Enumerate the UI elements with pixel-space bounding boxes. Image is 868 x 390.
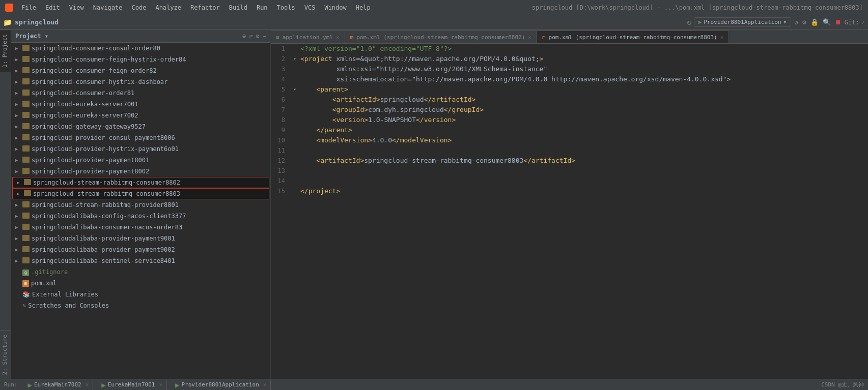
tree-item-gitignore[interactable]: g.gitignore [11,266,270,278]
menu-view[interactable]: View [65,3,88,12]
line-content-2: <project xmlns=&quot;http://maven.apache… [298,54,868,64]
tree-arrow-provider-payment8002[interactable]: ▶ [15,169,22,174]
tree-arrow-stream-rabbitmq-provider8801[interactable]: ▶ [15,202,22,207]
sync-icon[interactable]: ↻ [687,17,692,27]
tree-arrow-eureka-server7002[interactable]: ▶ [15,113,22,118]
tree-arrow-consumer-order81[interactable]: ▶ [15,91,22,96]
tree-item-eureka-server7001[interactable]: ▶springcloud-eureka-server7001 [11,99,270,110]
tree-arrow-gateway-gateway9527[interactable]: ▶ [15,124,22,129]
folder-icon-consumer-feign-hystrix-order84 [22,56,30,64]
tree-arrow-stream-rabbitmq-consumer8803[interactable]: ▶ [17,191,24,196]
tree-item-alibaba-consumer-nacos-order83[interactable]: ▶springcloudalibaba-consumer-nacos-order… [11,222,270,233]
run-config-dropdown[interactable]: ▶ Provider8801Application ▾ [694,17,792,27]
tree-arrow-alibaba-provider-payment9001[interactable]: ▶ [15,236,22,241]
run-label-7001: EurekaMain7001 [108,381,155,388]
tab-close-8802[interactable]: × [528,34,531,41]
menu-tools[interactable]: Tools [273,3,299,12]
menu-navigate[interactable]: Navigate [89,3,127,12]
tree-arrow-consumer-feign-order82[interactable]: ▶ [15,68,22,73]
tree-arrow-provider-hystrix-payment6001[interactable]: ▶ [15,146,22,152]
tree-item-stream-rabbitmq-provider8801[interactable]: ▶springcloud-stream-rabbitmq-provider880… [11,199,270,211]
menu-refactor[interactable]: Refactor [186,3,224,12]
search-icon[interactable]: 🔍 [822,17,832,27]
menu-bar[interactable]: File Edit View Navigate Code Analyze Ref… [17,3,375,12]
tree-item-alibaba-config-nacos-client3377[interactable]: ▶springcloudalibaba-config-nacos-client3… [11,211,270,222]
tree-item-consumer-hystrix-dashboar[interactable]: ▶springcloud-consumer-hystrix-dashboar [11,76,270,87]
tab-close-yaml[interactable]: × [336,34,340,41]
line-number-14: 14 [271,176,291,186]
tree-arrow-stream-rabbitmq-consumer8802[interactable]: ▶ [17,180,24,185]
tree-item-alibaba-provider-payment9002[interactable]: ▶springcloudalibaba-provider-payment9002 [11,244,270,255]
tree-item-stream-rabbitmq-consumer8802[interactable]: ▶springcloud-stream-rabbitmq-consumer880… [12,177,269,188]
top-actions-bar: 📁 springcloud ↻ ▶ Provider8801Applicatio… [0,15,868,29]
tree-arrow-alibaba-config-nacos-client3377[interactable]: ▶ [15,214,22,219]
tab-application-yml[interactable]: ≡ application.yml × [271,31,345,43]
lib-icon-external-libraries: 📚 [22,291,30,298]
tree-item-provider-hystrix-payment6001[interactable]: ▶springcloud-provider-hystrix-payment6o0… [11,143,270,155]
tree-item-gateway-gateway9527[interactable]: ▶springcloud-gateway-gateway9527 [11,121,270,132]
menu-edit[interactable]: Edit [41,3,64,12]
tree-item-external-libraries[interactable]: 📚External Libraries [11,289,270,300]
tree-arrow-consumer-hystrix-dashboar[interactable]: ▶ [15,79,22,84]
sidebar-settings-icon[interactable]: ⚙ [256,33,260,40]
tree-item-consumer-feign-hystrix-order84[interactable]: ▶springcloud-consumer-feign-hystrix-orde… [11,54,270,65]
sidebar-tool-2[interactable]: ⇌ [249,33,253,40]
lock-icon[interactable]: 🔒 [809,17,820,27]
run-close-8801[interactable]: × [263,381,267,388]
tab-close-8803[interactable]: × [720,34,724,41]
tab-pom-8802[interactable]: m pom.xml (springcloud-stream-rabbitmq-c… [345,31,537,43]
tree-arrow-provider-consul-payment8006[interactable]: ▶ [15,135,22,140]
menu-help[interactable]: Help [352,3,375,12]
tree-item-provider-consul-payment8006[interactable]: ▶springcloud-provider-consul-payment8006 [11,132,270,143]
tree-arrow-provider-payment8001[interactable]: ▶ [15,158,22,163]
run-close-7002[interactable]: × [86,381,89,388]
side-tab-structure[interactable]: 2: Structure [0,330,11,379]
tree-item-provider-payment8001[interactable]: ▶springcloud-provider-payment8001 [11,155,270,166]
refresh-icon[interactable]: ↺ [793,17,799,27]
menu-analyze[interactable]: Analyze [151,3,185,12]
side-tab-project[interactable]: 1: Project [0,29,11,72]
stop-icon[interactable]: ⏹ [834,17,843,27]
menu-build[interactable]: Build [225,3,251,12]
tree-item-consumer-feign-order82[interactable]: ▶springcloud-consumer-feign-order82 [11,65,270,76]
tree-label-alibaba-sentinel-service8401: springcloudalibaba-sentinel-service8401 [32,257,175,264]
tree-item-provider-payment8002[interactable]: ▶springcloud-provider-payment8002 [11,166,270,177]
tree-arrow-alibaba-provider-payment9002[interactable]: ▶ [15,247,22,252]
code-line-5: 5▾ <parent> [271,84,868,95]
line-gutter-2[interactable]: ▾ [291,54,298,64]
tree-arrow-alibaba-consumer-nacos-order83[interactable]: ▶ [15,225,22,230]
run-label-7002: EurekaMain7002 [34,381,81,388]
tree-item-scratches[interactable]: ✎Scratches and Consoles [11,300,270,311]
run-tab-eureka7001[interactable]: ▶ EurekaMain7001 × [97,380,167,390]
menu-vcs[interactable]: VCS [300,3,320,12]
line-content-4: xsi:schemaLocation="http://maven.apache.… [298,74,868,84]
tree-item-alibaba-sentinel-service8401[interactable]: ▶springcloudalibaba-sentinel-service8401 [11,255,270,266]
menu-code[interactable]: Code [128,3,151,12]
menu-run[interactable]: Run [253,3,272,12]
tree-arrow-consumer-consul-order80[interactable]: ▶ [15,46,22,51]
menu-file[interactable]: File [17,3,40,12]
code-line-14: 14 [271,176,868,186]
line-number-15: 15 [271,186,291,196]
menu-window[interactable]: Window [320,3,350,12]
tree-item-pom-xml[interactable]: mpom.xml [11,278,270,289]
sidebar-tool-1[interactable]: ⊕ [242,33,246,40]
tab-pom-8803[interactable]: m pom.xml (springcloud-stream-rabbitmq-c… [537,31,729,43]
settings-icon[interactable]: ⚙ [801,17,807,27]
tree-item-eureka-server7002[interactable]: ▶springcloud-eureka-server7002 [11,110,270,121]
folder-icon-stream-rabbitmq-provider8801 [22,201,30,209]
tree-arrow-alibaba-sentinel-service8401[interactable]: ▶ [15,258,22,263]
tree-arrow-consumer-feign-hystrix-order84[interactable]: ▶ [15,57,22,62]
code-editor[interactable]: 1<?xml version="1.0" encoding="UTF-8"?>2… [271,44,868,379]
run-tab-eureka7002[interactable]: ▶ EurekaMain7002 × [24,380,94,390]
tree-item-alibaba-provider-payment9001[interactable]: ▶springcloudalibaba-provider-payment9001 [11,233,270,244]
tree-item-consumer-consul-order80[interactable]: ▶springcloud-consumer-consul-order80 [11,43,270,54]
run-tab-provider8801[interactable]: ▶ Provider8801Application × [171,380,271,390]
line-content-10: <modelVersion>4.0.0</modelVersion> [298,135,868,145]
run-close-7001[interactable]: × [159,381,162,388]
tree-item-consumer-order81[interactable]: ▶springcloud-consumer-order81 [11,87,270,99]
tree-item-stream-rabbitmq-consumer8803[interactable]: ▶springcloud-stream-rabbitmq-consumer880… [12,188,269,199]
sidebar-close-icon[interactable]: − [263,33,266,40]
line-gutter-5[interactable]: ▾ [291,84,298,95]
tree-arrow-eureka-server7001[interactable]: ▶ [15,102,22,107]
